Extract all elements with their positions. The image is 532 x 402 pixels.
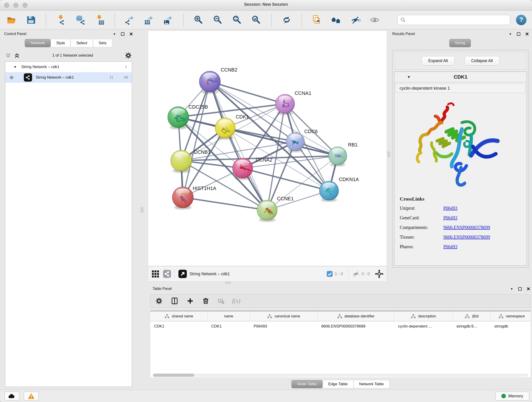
network-canvas[interactable]: CCNB2CCNA1CDC25BCDK1CDC6RB1CCNB1CCNA2CDK… <box>148 31 387 266</box>
crosslink-genecard-link[interactable]: P06493 <box>443 215 457 220</box>
tab-sets[interactable]: Sets <box>93 39 112 47</box>
expand-all-chevron-icon[interactable] <box>14 52 21 58</box>
export-network-button[interactable] <box>124 14 136 26</box>
network-collection-row[interactable]: ▼ String Network – cdk1 1 <box>5 62 132 72</box>
function-builder-icon[interactable]: f(x) <box>232 298 240 304</box>
copy-pages-button[interactable] <box>311 14 323 26</box>
node-RB1[interactable] <box>329 147 347 166</box>
export-table-button[interactable] <box>143 14 155 26</box>
show-all-button[interactable] <box>368 14 381 26</box>
open-in-new-window-icon[interactable] <box>178 269 187 279</box>
node-CDKN1A[interactable] <box>319 181 339 202</box>
help-button[interactable]: ? <box>516 15 526 25</box>
node-CDC6[interactable] <box>286 133 304 152</box>
float-panel-icon[interactable] <box>517 32 520 36</box>
column-header-name[interactable]: name <box>208 311 250 321</box>
close-panel-icon[interactable]: × <box>525 32 529 36</box>
float-panel-icon[interactable] <box>121 32 124 36</box>
search-input[interactable] <box>406 17 507 22</box>
edge-CCNB2-HIST1H1A[interactable] <box>183 82 210 197</box>
zoom-out-button[interactable] <box>212 14 224 26</box>
collapse-all-button[interactable]: Collapse All <box>465 56 500 65</box>
network-row[interactable]: String Network – cdk1 11 48 <box>5 72 132 83</box>
edge-CCNB2-CCNE1[interactable] <box>210 82 267 210</box>
memory-button[interactable]: Memory <box>495 392 529 400</box>
crosslink-compartments-link[interactable]: 9606.ENSP00000378699 <box>443 225 490 230</box>
node-CCNA1[interactable] <box>275 94 295 115</box>
node-CCNE1[interactable] <box>257 200 277 222</box>
export-image-button[interactable] <box>162 14 175 26</box>
node-CDK1[interactable] <box>215 118 235 140</box>
tab-network[interactable]: Network <box>25 39 51 47</box>
table-cell[interactable]: 9606.ENSP00000378699 <box>317 321 394 332</box>
gene-collapse-icon[interactable]: ▼ <box>407 75 411 79</box>
save-button[interactable] <box>25 14 37 26</box>
network-graph[interactable]: CCNB2CCNA1CDC25BCDK1CDC6RB1CCNB1CCNA2CDK… <box>148 31 387 266</box>
column-header-description[interactable]: description <box>394 311 453 321</box>
tab-style[interactable]: Style <box>51 39 71 47</box>
table-cell[interactable]: CDK1 <box>150 321 208 332</box>
column-header-namespace[interactable]: namespace <box>491 311 531 321</box>
search-box[interactable] <box>397 15 510 25</box>
zoom-selected-button[interactable] <box>250 14 263 26</box>
tree-expander-icon[interactable]: ▼ <box>13 65 17 69</box>
manage-columns-icon[interactable] <box>171 297 178 305</box>
tab-string[interactable]: String <box>449 39 471 47</box>
network-options-gear-icon[interactable] <box>125 52 132 59</box>
table-row[interactable]: CDK1CDK1P064939606.ENSP00000378699cyclin… <box>150 321 531 332</box>
table-cell[interactable]: CDK1 <box>208 321 250 332</box>
homes-button[interactable] <box>330 14 342 26</box>
panel-menu-icon[interactable]: ▼ <box>113 32 116 36</box>
node-HIST1H1A[interactable] <box>172 187 193 210</box>
edge-HIST1H1A-CCNE1[interactable] <box>183 197 267 210</box>
open-folder-button[interactable] <box>6 14 18 26</box>
panel-menu-icon[interactable]: ▼ <box>509 32 512 36</box>
column-header-shared-name[interactable]: shared name <box>150 311 208 321</box>
close-panel-icon[interactable]: × <box>129 32 133 36</box>
column-header-database-identifier[interactable]: database identifier <box>317 311 394 321</box>
table-cell[interactable]: cyclin-dependent ... <box>394 321 453 332</box>
tab-node-table[interactable]: Node Table <box>291 380 323 388</box>
refresh-button[interactable] <box>280 14 293 26</box>
panel-menu-icon[interactable]: ▼ <box>510 287 513 291</box>
gene-card-header[interactable]: ▼ CDK1 <box>394 72 527 82</box>
delete-table-icon[interactable] <box>217 298 224 304</box>
selected-checkbox-icon[interactable] <box>326 271 333 277</box>
grid-mode-icon[interactable] <box>151 270 159 278</box>
column-header-canonical-name[interactable]: canonical name <box>250 311 317 321</box>
tab-network-table[interactable]: Network Table <box>354 380 389 388</box>
column-header--id[interactable]: @id <box>453 311 491 321</box>
crosslink-pharos-link[interactable]: P06493 <box>443 244 457 249</box>
crosslink-uniprot-link[interactable]: P06493 <box>443 206 457 211</box>
scrollbar-thumb[interactable] <box>153 374 194 377</box>
table-cell[interactable]: stringdb <box>491 321 531 332</box>
left-splitter-handle[interactable] <box>141 207 143 213</box>
column-label: @id <box>472 314 479 318</box>
table-horizontal-scrollbar[interactable] <box>152 374 528 377</box>
import-network-database-button[interactable] <box>74 14 87 26</box>
table-cell[interactable]: P06493 <box>250 321 317 332</box>
add-column-icon[interactable] <box>186 297 194 305</box>
table-settings-gear-icon[interactable] <box>155 297 163 305</box>
float-panel-icon[interactable] <box>518 287 522 291</box>
share-view-icon[interactable] <box>163 269 171 278</box>
table-cell[interactable]: stringdb:9... <box>453 321 491 332</box>
pan-crosshair-icon[interactable] <box>375 269 384 278</box>
collapse-all-chevron-icon[interactable] <box>5 52 12 58</box>
hide-selected-button[interactable] <box>349 14 361 26</box>
hidden-eye-slash-icon[interactable] <box>352 270 360 278</box>
cloud-button[interactable] <box>5 392 19 400</box>
delete-column-trash-icon[interactable] <box>202 297 210 305</box>
tab-select[interactable]: Select <box>70 39 93 47</box>
node-label-CCNA2: CCNA2 <box>256 157 272 163</box>
crosslink-tissues-link[interactable]: 9606.ENSP00000378699 <box>443 235 490 240</box>
node-CCNB1[interactable] <box>171 150 192 173</box>
tab-edge-table[interactable]: Edge Table <box>323 380 354 388</box>
import-table-button[interactable] <box>94 14 106 26</box>
zoom-in-button[interactable] <box>192 14 205 26</box>
close-panel-icon[interactable]: × <box>527 287 530 291</box>
import-network-file-button[interactable] <box>55 14 67 26</box>
expand-all-button[interactable]: Expand All <box>422 56 454 65</box>
warnings-button[interactable] <box>24 392 38 400</box>
zoom-fit-button[interactable] <box>231 14 243 26</box>
